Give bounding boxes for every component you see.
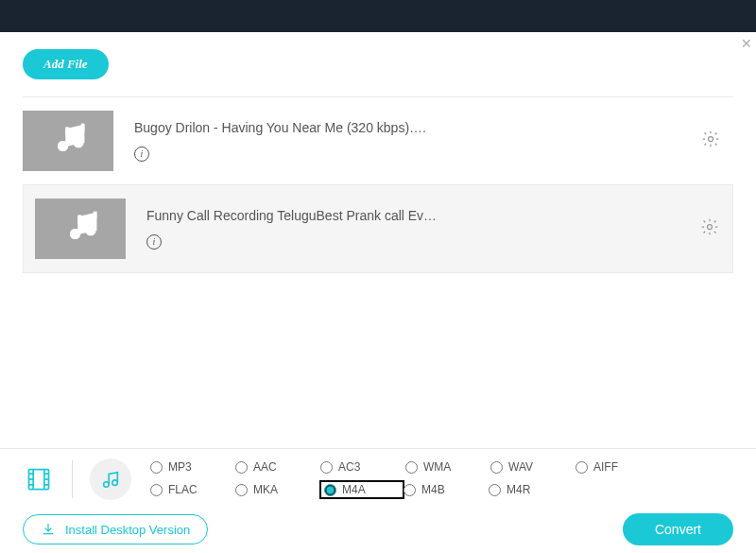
format-option-aac[interactable]: AAC [235, 460, 320, 474]
close-icon[interactable]: ✕ [741, 36, 752, 51]
format-radio[interactable] [490, 461, 503, 474]
info-icon[interactable]: i [134, 147, 149, 162]
svg-point-4 [709, 137, 713, 142]
file-info: Funny Call Recording TeluguBest Prank ca… [146, 208, 732, 250]
format-radio[interactable] [405, 461, 418, 474]
format-label: AC3 [338, 460, 360, 474]
install-desktop-button[interactable]: Install Desktop Version [23, 514, 208, 544]
format-label: AAC [253, 460, 277, 474]
file-title: Funny Call Recording TeluguBest Prank ca… [146, 208, 732, 223]
format-label: WAV [508, 460, 533, 474]
format-label: FLAC [168, 483, 198, 496]
file-title: Bugoy Drilon - Having You Near Me (320 k… [134, 120, 733, 135]
format-label: M4B [421, 483, 445, 496]
svg-point-9 [708, 225, 713, 230]
format-label: MP3 [168, 460, 192, 474]
add-file-button[interactable]: Add File [23, 49, 109, 79]
info-icon[interactable]: i [146, 234, 162, 250]
format-radio[interactable] [150, 484, 163, 496]
settings-icon[interactable] [700, 217, 719, 240]
format-option-mp3[interactable]: MP3 [150, 460, 235, 474]
format-option-m4a[interactable]: M4A [320, 481, 404, 498]
format-radio[interactable] [320, 461, 333, 474]
install-label: Install Desktop Version [65, 523, 190, 537]
format-label: AIFF [593, 460, 618, 474]
format-option-ac3[interactable]: AC3 [320, 460, 405, 474]
format-label: M4A [342, 483, 366, 496]
file-list: Bugoy Drilon - Having You Near Me (320 k… [23, 96, 733, 273]
format-label: M4R [507, 483, 530, 496]
format-option-m4r[interactable]: M4R [489, 481, 574, 498]
format-option-mka[interactable]: MKA [235, 481, 320, 498]
format-options: MP3AACAC3WMAWAVAIFFFLACMKAM4AM4BM4R [150, 460, 679, 498]
settings-icon[interactable] [701, 130, 720, 152]
format-option-aiff[interactable]: AIFF [576, 460, 661, 474]
format-option-m4b[interactable]: M4B [404, 481, 489, 498]
format-option-wma[interactable]: WMA [405, 460, 490, 474]
audio-format-icon[interactable] [90, 458, 131, 500]
format-option-wav[interactable]: WAV [490, 460, 576, 474]
format-radio[interactable] [489, 484, 501, 496]
file-row[interactable]: Funny Call Recording TeluguBest Prank ca… [23, 184, 733, 273]
music-thumbnail-icon [23, 111, 113, 171]
video-format-icon[interactable] [23, 463, 55, 495]
format-radio[interactable] [324, 484, 336, 496]
format-label: WMA [423, 460, 451, 474]
format-panel: MP3AACAC3WMAWAVAIFFFLACMKAM4AM4BM4R [0, 448, 756, 510]
music-thumbnail-icon [35, 199, 126, 259]
window-titlebar [0, 0, 756, 32]
divider [72, 460, 73, 498]
download-icon [41, 522, 56, 537]
file-info: Bugoy Drilon - Having You Near Me (320 k… [134, 120, 733, 162]
format-radio[interactable] [150, 461, 163, 474]
format-radio[interactable] [235, 484, 248, 496]
format-radio[interactable] [404, 484, 416, 496]
format-option-flac[interactable]: FLAC [150, 481, 235, 498]
format-radio[interactable] [235, 461, 248, 474]
file-row[interactable]: Bugoy Drilon - Having You Near Me (320 k… [23, 96, 733, 184]
format-radio[interactable] [576, 461, 588, 474]
convert-button[interactable]: Convert [623, 513, 733, 545]
format-label: MKA [253, 483, 278, 496]
